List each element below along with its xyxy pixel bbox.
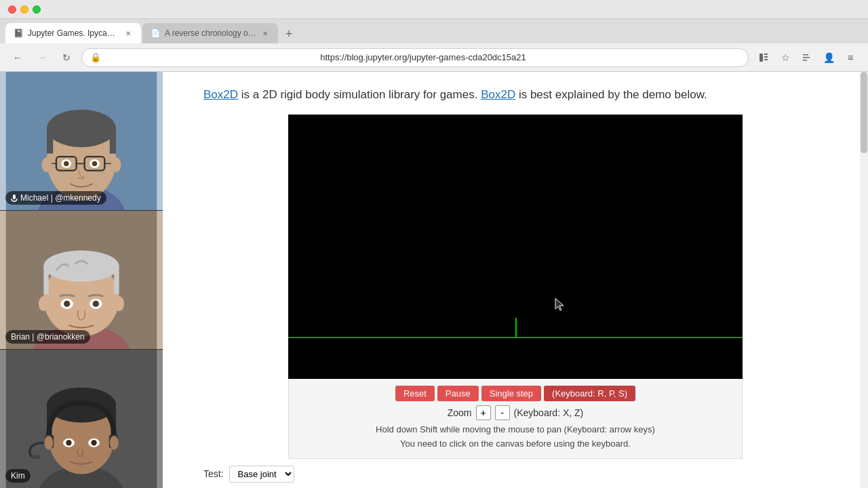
canvas-green-indicator xyxy=(515,318,517,338)
kim-label: Kim xyxy=(5,469,31,483)
tab-reverse-label: A reverse chronology of some P... xyxy=(165,28,256,38)
pause-button[interactable]: Pause xyxy=(437,386,479,401)
svg-rect-33 xyxy=(114,266,119,295)
intro-paragraph: Box2D is a 2D rigid body simulation libr… xyxy=(203,85,827,104)
michael-name: Michael | @mkennedy xyxy=(20,193,101,203)
mouse-cursor xyxy=(554,297,566,314)
brian-name: Brian | @brianokken xyxy=(11,332,85,342)
url-display: https://blog.jupyter.org/jupyter-games-c… xyxy=(106,52,740,62)
tab-jupyter-label: Jupyter Games. Ipycanvas + Bo... xyxy=(28,28,119,38)
svg-rect-25 xyxy=(13,195,16,199)
mic-icon xyxy=(11,194,18,202)
svg-rect-32 xyxy=(43,266,48,295)
participant-brian: Brian | @brianokken xyxy=(0,211,163,350)
new-tab-button[interactable]: + xyxy=(279,24,298,43)
zoom-in-button[interactable]: + xyxy=(476,405,491,420)
tab-reverse-close[interactable]: ✕ xyxy=(260,28,270,38)
svg-point-38 xyxy=(39,296,49,311)
svg-rect-0 xyxy=(760,54,763,62)
video-panel: Michael | @mkennedy xyxy=(0,72,163,488)
svg-point-39 xyxy=(114,296,124,311)
demo-canvas[interactable] xyxy=(288,115,743,379)
main-area: Michael | @mkennedy xyxy=(0,72,868,488)
participant-michael: Michael | @mkennedy xyxy=(0,72,163,211)
forward-button[interactable]: → xyxy=(33,48,52,67)
svg-rect-4 xyxy=(803,54,808,56)
zoom-out-button[interactable]: - xyxy=(495,405,510,420)
menu-icon[interactable]: ≡ xyxy=(841,48,860,67)
tab-jupyter-close[interactable]: ✕ xyxy=(123,28,133,38)
svg-marker-56 xyxy=(555,298,564,310)
profile-icon[interactable]: 👤 xyxy=(819,48,838,67)
security-icon: 🔒 xyxy=(90,52,101,62)
pan-info: Hold down Shift while moving the mouse t… xyxy=(296,423,735,451)
svg-rect-6 xyxy=(803,60,807,61)
browser-window: 📓 Jupyter Games. Ipycanvas + Bo... ✕ 📄 A… xyxy=(0,0,868,488)
traffic-lights xyxy=(8,5,41,14)
reset-button[interactable]: Reset xyxy=(395,386,435,401)
test-select[interactable]: Base joint xyxy=(229,466,294,483)
svg-point-35 xyxy=(64,301,70,307)
svg-rect-13 xyxy=(110,128,116,153)
back-button[interactable]: ← xyxy=(8,48,27,67)
svg-rect-1 xyxy=(764,54,768,55)
svg-point-24 xyxy=(111,157,121,172)
reading-list-icon[interactable] xyxy=(797,48,816,67)
svg-point-20 xyxy=(64,161,68,166)
svg-rect-5 xyxy=(803,57,810,58)
svg-point-55 xyxy=(110,436,119,449)
intro-text-4: is best explained by the demo below. xyxy=(519,88,707,101)
address-bar: ← → ↻ 🔒 https://blog.jupyter.org/jupyter… xyxy=(0,43,868,72)
test-row: Test: Base joint xyxy=(203,466,827,483)
close-button[interactable] xyxy=(8,5,16,14)
zoom-keyboard-hint: (Keyboard: X, Z) xyxy=(514,407,584,418)
brian-label: Brian | @brianokken xyxy=(5,330,90,344)
svg-point-37 xyxy=(93,301,99,307)
box2d-link-1[interactable]: Box2D xyxy=(203,88,238,101)
title-bar xyxy=(0,0,868,19)
svg-point-54 xyxy=(44,436,53,449)
svg-point-51 xyxy=(66,440,71,445)
tab-reverse[interactable]: 📄 A reverse chronology of some P... ✕ xyxy=(142,23,278,43)
svg-rect-49 xyxy=(33,455,40,460)
box2d-link-2[interactable]: Box2D xyxy=(481,88,515,101)
svg-point-31 xyxy=(43,250,119,281)
svg-point-11 xyxy=(47,110,116,148)
svg-point-22 xyxy=(92,161,97,166)
toolbar-icons: ☆ 👤 ≡ xyxy=(754,48,860,67)
reader-view-icon[interactable] xyxy=(754,48,773,67)
minimize-button[interactable] xyxy=(20,5,28,14)
scrollbar-thumb[interactable] xyxy=(861,72,867,153)
scrollbar-track[interactable] xyxy=(860,72,868,488)
single-step-button[interactable]: Single step xyxy=(481,386,541,401)
kim-name: Kim xyxy=(11,471,25,481)
pan-text: Hold down Shift while moving the mouse t… xyxy=(296,423,735,437)
tab-jupyter-icon: 📓 xyxy=(14,28,24,38)
bookmark-icon[interactable]: ☆ xyxy=(776,48,795,67)
maximize-button[interactable] xyxy=(33,5,41,14)
svg-rect-3 xyxy=(764,59,768,60)
address-field[interactable]: 🔒 https://blog.jupyter.org/jupyter-games… xyxy=(81,48,749,67)
svg-point-23 xyxy=(42,157,52,172)
click-text: You need to click on the canvas before u… xyxy=(296,437,735,451)
tab-bar: 📓 Jupyter Games. Ipycanvas + Bo... ✕ 📄 A… xyxy=(0,19,868,43)
tab-jupyter[interactable]: 📓 Jupyter Games. Ipycanvas + Bo... ✕ xyxy=(5,23,141,43)
demo-controls: Reset Pause Single step (Keyboard: R, P,… xyxy=(288,379,743,459)
reload-button[interactable]: ↻ xyxy=(57,48,76,67)
test-label: Test: xyxy=(203,468,224,479)
svg-rect-12 xyxy=(47,128,53,153)
svg-point-53 xyxy=(91,440,96,445)
svg-rect-2 xyxy=(764,56,768,58)
michael-label: Michael | @mkennedy xyxy=(5,191,106,205)
zoom-label: Zoom xyxy=(448,407,472,418)
button-row: Reset Pause Single step (Keyboard: R, P,… xyxy=(296,386,735,401)
zoom-row: Zoom + - (Keyboard: X, Z) xyxy=(296,405,735,420)
tab-reverse-icon: 📄 xyxy=(151,28,161,38)
participant-kim: Kim xyxy=(0,350,163,488)
keyboard-hint-button[interactable]: (Keyboard: R, P, S) xyxy=(544,386,635,401)
content-area[interactable]: Box2D is a 2D rigid body simulation libr… xyxy=(163,72,868,488)
intro-text-2: is a 2D rigid body simulation library fo… xyxy=(241,88,481,101)
